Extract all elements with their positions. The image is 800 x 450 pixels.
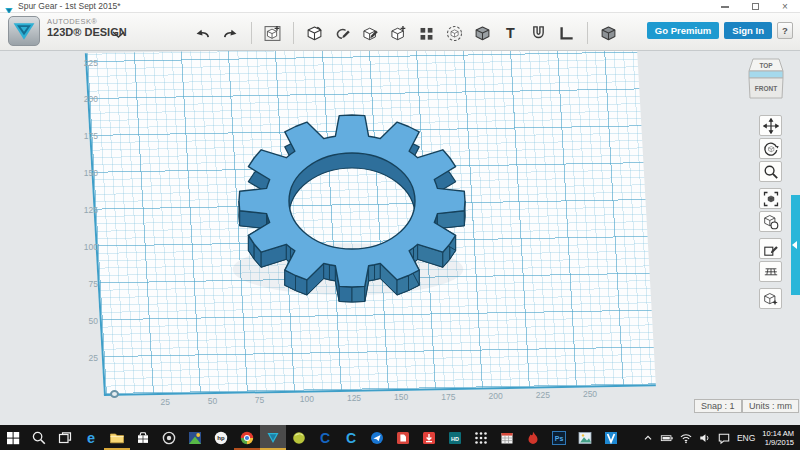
draw-button[interactable] (360, 23, 381, 44)
taskbar-chrome-button[interactable] (234, 425, 260, 450)
task-view-icon (57, 430, 73, 446)
123d-design-icon (265, 430, 281, 446)
toolbar-separator (251, 22, 252, 44)
tray-volume-button[interactable] (696, 425, 715, 450)
draw-icon (362, 25, 379, 42)
minimize-button[interactable] (718, 1, 732, 13)
view-cube[interactable]: TOP FRONT (744, 56, 788, 104)
taskbar-edge-button[interactable]: e (78, 425, 104, 450)
hp-icon: hp (213, 430, 229, 446)
svg-text:HD: HD (451, 435, 459, 441)
taskbar-sphere-button[interactable] (286, 425, 312, 450)
primitives-button[interactable] (262, 23, 283, 44)
ribbon: AUTODESK® 123D® DESIGN T Go Premium Sign… (0, 13, 800, 51)
text-button[interactable]: T (500, 23, 521, 44)
taskbar-share-button[interactable] (364, 425, 390, 450)
add-button[interactable] (388, 23, 409, 44)
store-icon (135, 430, 151, 446)
restore-button[interactable] (748, 1, 762, 13)
go-premium-button[interactable]: Go Premium (647, 22, 720, 39)
group-icon (446, 25, 463, 42)
chevron-up-icon (641, 431, 655, 445)
app-menu-logo[interactable] (8, 16, 40, 46)
zoom-button[interactable] (759, 161, 782, 182)
taskbar-search-button[interactable] (26, 425, 52, 450)
group-button[interactable] (444, 23, 465, 44)
orbit-button[interactable] (759, 138, 782, 159)
taskbar-start-button[interactable] (0, 425, 26, 450)
language-indicator[interactable]: ENG (734, 433, 758, 443)
undo-icon (194, 25, 211, 42)
pan-button[interactable] (759, 115, 782, 136)
close-button[interactable]: × (778, 1, 792, 13)
tray-chevron-up-button[interactable] (639, 425, 658, 450)
clock[interactable]: 10:14 AM 1/9/2015 (758, 429, 800, 447)
snap-button[interactable] (528, 23, 549, 44)
pattern-button[interactable] (416, 23, 437, 44)
taskbar-photoshop-button[interactable]: Ps (546, 425, 572, 450)
clock-time: 10:14 AM (762, 429, 794, 438)
navigation-toolbar (759, 115, 784, 309)
pan-icon (763, 118, 779, 134)
taskbar-camera-button[interactable] (156, 425, 182, 450)
sketch-edit-icon (763, 241, 779, 257)
spur-gear-model[interactable] (0, 51, 800, 425)
units-setting[interactable]: Units : mm (742, 399, 799, 413)
grid-display-button[interactable] (759, 261, 782, 282)
svg-text:C: C (320, 430, 330, 446)
sketch-button[interactable] (332, 23, 353, 44)
taskbar-flame-button[interactable] (520, 425, 546, 450)
transform-icon (306, 25, 323, 42)
fit-button[interactable] (759, 188, 782, 209)
combine-button[interactable] (472, 23, 493, 44)
transform-button[interactable] (304, 23, 325, 44)
sign-in-button[interactable]: Sign In (724, 22, 772, 39)
taskbar-v-app-button[interactable] (598, 425, 624, 450)
app-window: Spur Gear - 1st Sept 2015* × AUTODESK® 1… (0, 0, 800, 450)
taskbar-c-app-button[interactable]: C (312, 425, 338, 450)
c-app-light-icon: C (343, 430, 359, 446)
taskbar-c-app-light-button[interactable]: C (338, 425, 364, 450)
taskbar-task-view-button[interactable] (52, 425, 78, 450)
taskbar-file-explorer-button[interactable] (104, 425, 130, 450)
flame-icon (525, 430, 541, 446)
notification-icon (717, 431, 731, 445)
measure-button[interactable] (556, 23, 577, 44)
taskbar-pdf-button[interactable] (390, 425, 416, 450)
taskbar-123d-design-button[interactable] (260, 425, 286, 450)
viewcube-front-label: FRONT (755, 85, 777, 92)
help-button[interactable]: ? (777, 22, 793, 39)
app-menu-chevron-icon[interactable] (112, 25, 125, 43)
print-button[interactable] (598, 23, 619, 44)
viewport[interactable]: 2252001751501251007550252550751001251501… (0, 51, 800, 425)
viewcube-top-label: TOP (759, 62, 773, 69)
tray-notification-button[interactable] (715, 425, 734, 450)
material-icon (763, 291, 779, 307)
taskbar-hp-button[interactable]: hp (208, 425, 234, 450)
taskbar-hd-app-button[interactable]: HD (442, 425, 468, 450)
svg-text:e: e (87, 430, 95, 446)
taskbar-apps-grid-button[interactable] (468, 425, 494, 450)
sketch-edit-button[interactable] (759, 238, 782, 259)
material-button[interactable] (759, 288, 782, 309)
undo-button[interactable] (192, 23, 213, 44)
toolbar-separator (293, 22, 294, 44)
redo-button[interactable] (220, 23, 241, 44)
view-style-icon (763, 214, 779, 230)
taskbar-image-viewer-button[interactable] (572, 425, 598, 450)
search-icon (31, 430, 47, 446)
taskbar-store-button[interactable] (130, 425, 156, 450)
taskbar-calendar-button[interactable] (494, 425, 520, 450)
side-panel-handle[interactable] (791, 195, 800, 295)
tray-battery-button[interactable] (658, 425, 677, 450)
taskbar-download-button[interactable] (416, 425, 442, 450)
file-explorer-icon (109, 430, 125, 446)
taskbar-photos-button[interactable] (182, 425, 208, 450)
snap-setting[interactable]: Snap : 1 (694, 399, 742, 413)
view-style-button[interactable] (759, 211, 782, 232)
sphere-icon (291, 430, 307, 446)
battery-icon (660, 431, 674, 445)
apps-grid-icon (473, 430, 489, 446)
window-title: Spur Gear - 1st Sept 2015* (18, 1, 121, 11)
tray-wifi-button[interactable] (677, 425, 696, 450)
